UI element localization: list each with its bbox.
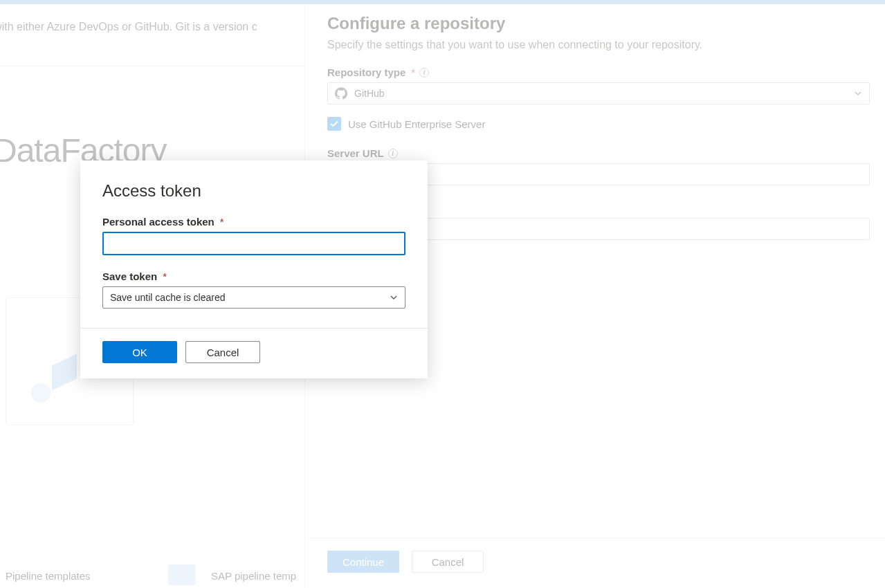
cube-icon (31, 360, 80, 401)
save-token-value: Save until cache is cleared (110, 292, 226, 303)
continue-button[interactable]: Continue (327, 551, 399, 573)
background-intro-text: tory with either Azure DevOps or GitHub.… (0, 21, 257, 33)
chevron-down-icon (854, 89, 862, 98)
required-indicator: * (220, 216, 224, 228)
dialog-footer: OK Cancel (80, 328, 428, 378)
dialog-cancel-button[interactable]: Cancel (185, 341, 260, 363)
ok-button[interactable]: OK (102, 341, 177, 363)
required-indicator: * (411, 66, 415, 78)
template-label-2: SAP pipeline temp (211, 570, 296, 582)
chevron-down-icon (390, 293, 398, 302)
pat-label: Personal access token* (102, 216, 405, 228)
cylinder-icon (168, 564, 196, 585)
access-token-dialog: Access token Personal access token* Save… (80, 160, 428, 378)
panel-cancel-button[interactable]: Cancel (412, 551, 484, 573)
save-token-select[interactable]: Save until cache is cleared (102, 286, 405, 309)
background-divider (0, 66, 304, 66)
panel-footer: Continue Cancel (305, 538, 885, 588)
pat-input[interactable] (102, 232, 405, 255)
use-enterprise-row[interactable]: Use GitHub Enterprise Server (327, 117, 870, 131)
save-token-label: Save token* (102, 270, 405, 282)
info-icon[interactable]: i (388, 149, 398, 158)
panel-subtitle: Specify the settings that you want to us… (327, 39, 870, 51)
dialog-title: Access token (102, 181, 405, 201)
info-icon[interactable]: i (419, 68, 429, 77)
repository-type-value: GitHub (354, 88, 385, 99)
required-indicator: * (163, 270, 167, 282)
repository-type-label: Repository type* i (327, 66, 870, 78)
github-icon (335, 87, 347, 100)
server-url-label: Server URL i (327, 147, 870, 159)
repository-type-select[interactable]: GitHub (327, 82, 870, 104)
use-enterprise-checkbox[interactable] (327, 117, 341, 131)
template-label-1: Pipeline templates (6, 570, 91, 582)
panel-heading: Configure a repository (327, 14, 870, 33)
use-enterprise-label: Use GitHub Enterprise Server (348, 118, 485, 130)
